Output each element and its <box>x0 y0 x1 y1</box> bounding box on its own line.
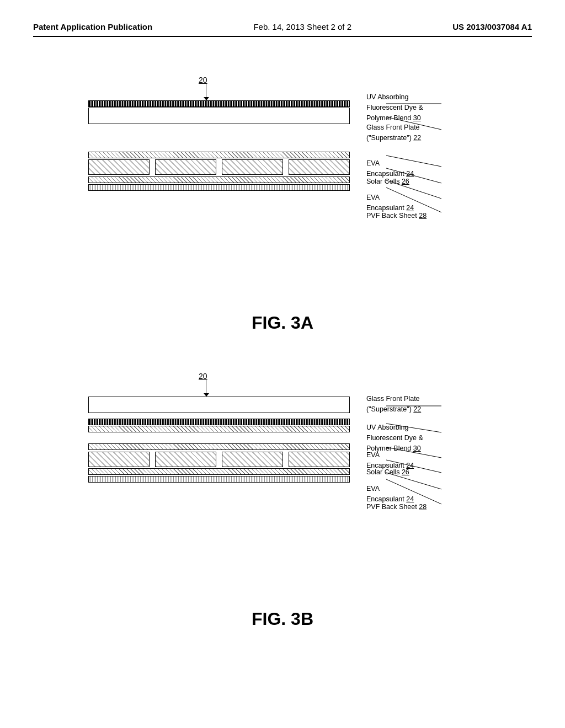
uv-diag-layer-3b <box>88 426 350 432</box>
solar-cell-3b-3 <box>222 452 283 467</box>
figure-3a-diagram: 20 <box>44 70 521 302</box>
figure-3a-section: 20 <box>33 70 532 333</box>
annotation-pvf-3b: PVF Back Sheet 28 <box>366 502 521 512</box>
annotation-eva-top-3a: EVAEncapsulant 24 <box>366 158 521 179</box>
glass-front-layer-3a <box>88 108 350 124</box>
solar-cell-1 <box>88 159 150 175</box>
ref-arrow-3a <box>206 84 206 98</box>
fig3b-label: FIG. 3B <box>33 609 532 629</box>
annotation-uv-3b: UV AbsorbingFluorescent Dye &Polymer Ble… <box>366 422 521 453</box>
page: Patent Application Publication Feb. 14, … <box>0 0 565 728</box>
ref-arrow-3b <box>206 380 206 394</box>
header-patent-number: US 2013/0037084 A1 <box>452 22 532 31</box>
annotation-eva-bot-3b: EVAEncapsulant 24 <box>366 484 521 505</box>
annotation-solar-3a: Solar Cells 26 <box>366 176 521 187</box>
uv-dense-layer-3b <box>88 419 350 425</box>
ref-20-fig3a: 20 <box>199 76 207 84</box>
annotation-glass-3b: Glass Front Plate("Superstrate") 22 <box>366 394 521 415</box>
ref-20-fig3b: 20 <box>199 372 207 381</box>
annotation-pvf-3a: PVF Back Sheet 28 <box>366 211 521 221</box>
header-publication-label: Patent Application Publication <box>33 22 152 31</box>
figure-3b-diagram: 20 <box>44 366 521 598</box>
annotation-eva-bot-3a: EVAEncapsulant 24 <box>366 192 521 213</box>
page-header: Patent Application Publication Feb. 14, … <box>33 22 532 37</box>
figure-3b-section: 20 <box>33 366 532 629</box>
solar-cell-3b-2 <box>155 452 216 467</box>
eva-top-layer-3a <box>88 152 350 158</box>
fig3a-label: FIG. 3A <box>33 313 532 333</box>
eva-top-layer-3b <box>88 443 350 450</box>
annotation-solar-3b: Solar Cells 26 <box>366 467 521 478</box>
header-date-sheet: Feb. 14, 2013 Sheet 2 of 2 <box>253 22 351 31</box>
pvf-layer-3a <box>88 184 350 191</box>
solar-cells-layer-3a <box>88 159 350 175</box>
solar-cell-3 <box>222 159 283 175</box>
uv-dye-layer-3a <box>88 100 350 107</box>
pvf-layer-3b <box>88 476 350 483</box>
solar-cell-2 <box>155 159 216 175</box>
solar-cell-3b-4 <box>289 452 350 467</box>
solar-cell-4 <box>289 159 350 175</box>
annotation-glass-3a: Glass Front Plate("Superstrate") 22 <box>366 122 521 143</box>
annotation-uv-dye-3a: UV AbsorbingFluorescent Dye &Polymer Ble… <box>366 92 521 123</box>
eva-bottom-layer-3a <box>88 176 350 183</box>
solar-cells-layer-3b <box>88 452 350 467</box>
solar-cell-3b-1 <box>88 452 150 467</box>
eva-bottom-layer-3b <box>88 468 350 475</box>
glass-front-layer-3b <box>88 397 350 413</box>
